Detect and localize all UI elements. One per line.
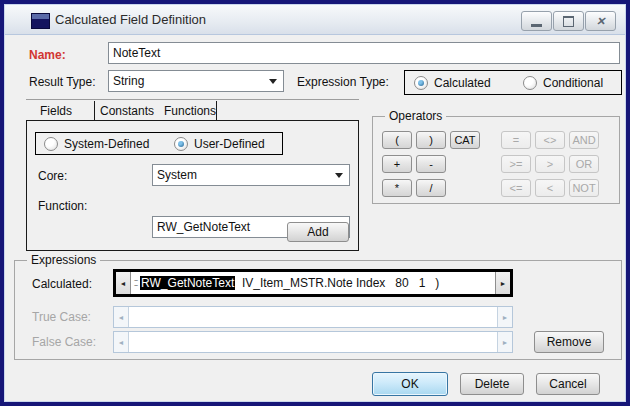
radio-unselected-icon <box>44 137 58 151</box>
tab-separator <box>216 101 217 120</box>
remove-button[interactable]: Remove <box>534 331 604 353</box>
false-case-text <box>129 332 497 352</box>
operator-multiply-button[interactable]: * <box>382 179 412 197</box>
operator-gte-button[interactable]: >= <box>501 155 531 173</box>
add-button[interactable]: Add <box>287 222 349 242</box>
scroll-left-button <box>114 307 129 327</box>
tab-separator <box>94 101 95 120</box>
result-type-dropdown[interactable]: String <box>108 70 284 92</box>
close-icon <box>596 16 605 27</box>
expression-fragment: ~ ~ <box>134 278 138 288</box>
window-icon <box>31 13 50 29</box>
operator-minus-button[interactable]: - <box>416 155 446 173</box>
radio-conditional[interactable]: Conditional <box>523 76 603 90</box>
true-case-field <box>113 306 513 328</box>
arrow-right-icon <box>502 339 509 346</box>
operator-and-button[interactable]: AND <box>569 131 599 149</box>
operator-or-button[interactable]: OR <box>569 155 599 173</box>
radio-user-defined-label: User-Defined <box>194 137 265 151</box>
minimize-button[interactable] <box>521 11 552 31</box>
operator-lt-button[interactable]: < <box>535 179 565 197</box>
name-input[interactable] <box>108 42 620 64</box>
false-case-field <box>113 331 513 353</box>
scroll-left-button <box>114 332 129 352</box>
operator-not-equal-button[interactable]: <> <box>535 131 565 149</box>
maximize-button[interactable] <box>553 11 584 31</box>
radio-system-defined[interactable]: System-Defined <box>44 137 149 151</box>
radio-unselected-icon <box>523 76 537 90</box>
operator-cat-button[interactable]: CAT <box>450 131 480 149</box>
radio-selected-icon <box>414 76 428 90</box>
ok-button[interactable]: OK <box>372 372 448 396</box>
minimize-icon <box>531 24 542 27</box>
arrow-left-icon <box>120 280 127 287</box>
calculated-expression-field[interactable]: ~ ~RW_GetNoteText IV_Item_MSTR.Note Inde… <box>113 269 513 297</box>
operators-group-title: Operators <box>385 109 446 123</box>
radio-conditional-label: Conditional <box>543 76 603 90</box>
arrow-left-icon <box>118 314 125 321</box>
calculated-expression-label: Calculated: <box>32 277 92 291</box>
delete-button[interactable]: Delete <box>460 373 524 395</box>
result-type-label: Result Type: <box>29 75 95 89</box>
operator-close-paren-button[interactable]: ) <box>416 131 446 149</box>
tab-fields[interactable]: Fields <box>40 104 72 118</box>
window-title: Calculated Field Definition <box>55 12 206 27</box>
defined-group: System-Defined User-Defined <box>35 132 283 155</box>
tab-functions[interactable]: Functions <box>164 104 216 118</box>
radio-calculated[interactable]: Calculated <box>414 76 491 90</box>
operator-equals-button[interactable]: = <box>501 131 531 149</box>
maximize-icon <box>563 16 574 27</box>
result-type-value: String <box>113 74 144 88</box>
true-case-text <box>129 307 497 327</box>
core-dropdown[interactable]: System <box>152 164 350 186</box>
operator-lte-button[interactable]: <= <box>501 179 531 197</box>
chevron-down-icon <box>269 79 277 84</box>
true-case-label: True Case: <box>32 310 91 324</box>
arrow-right-icon <box>500 280 507 287</box>
radio-system-defined-label: System-Defined <box>64 137 149 151</box>
tab-constants[interactable]: Constants <box>100 104 154 118</box>
radio-selected-icon <box>174 137 188 151</box>
name-label: Name: <box>29 48 66 62</box>
operator-divide-button[interactable]: / <box>416 179 446 197</box>
arrow-right-icon <box>502 314 509 321</box>
tab-strip-top-line <box>26 99 359 100</box>
scroll-right-button <box>497 307 512 327</box>
function-value: RW_GetNoteText <box>157 220 250 234</box>
expressions-group-title: Expressions <box>27 253 100 267</box>
close-button[interactable] <box>585 11 616 31</box>
expression-type-label: Expression Type: <box>297 75 389 89</box>
expression-type-group: Calculated Conditional <box>404 70 622 95</box>
operator-gt-button[interactable]: > <box>535 155 565 173</box>
core-value: System <box>157 168 197 182</box>
expression-rest: IV_Item_MSTR.Note Index 80 1 ) <box>235 276 439 290</box>
false-case-label: False Case: <box>32 335 96 349</box>
radio-user-defined[interactable]: User-Defined <box>174 137 265 151</box>
scroll-right-button <box>497 332 512 352</box>
operator-plus-button[interactable]: + <box>382 155 412 173</box>
expression-selected-token: RW_GetNoteText <box>140 276 235 290</box>
operator-not-button[interactable]: NOT <box>569 179 599 197</box>
arrow-left-icon <box>118 339 125 346</box>
function-label: Function: <box>38 199 87 213</box>
operator-open-paren-button[interactable]: ( <box>382 131 412 149</box>
scroll-left-button[interactable] <box>116 272 131 294</box>
core-label: Core: <box>38 169 67 183</box>
calculated-expression-text: ~ ~RW_GetNoteText IV_Item_MSTR.Note Inde… <box>131 272 495 294</box>
cancel-button[interactable]: Cancel <box>536 373 600 395</box>
radio-calculated-label: Calculated <box>434 76 491 90</box>
title-bar: Calculated Field Definition <box>5 5 625 35</box>
chevron-down-icon <box>335 173 343 178</box>
scroll-right-button[interactable] <box>495 272 510 294</box>
calculated-field-definition-dialog: Calculated Field Definition Name: Result… <box>0 0 630 406</box>
functions-tab-panel: System-Defined User-Defined Core: System… <box>26 120 359 251</box>
